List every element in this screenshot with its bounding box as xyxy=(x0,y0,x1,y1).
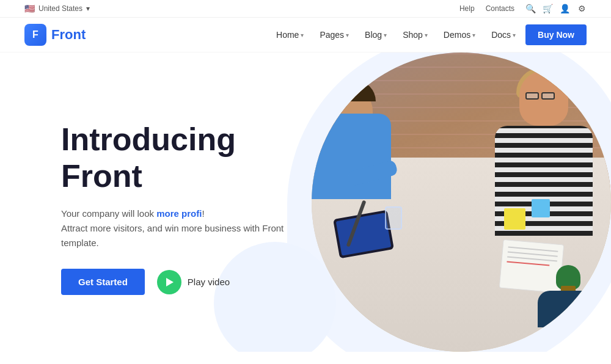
chevron-down-icon: ▾ xyxy=(513,32,516,38)
nav-links: Home ▾ Pages ▾ Blog ▾ Shop ▾ Demos ▾ Doc… xyxy=(270,24,587,45)
glass-item xyxy=(385,206,402,230)
person-left-body xyxy=(312,114,391,199)
account-icon[interactable]: ⚙ xyxy=(577,4,587,13)
nav-item-demos[interactable]: Demos ▾ xyxy=(437,26,481,43)
hero-image-circle xyxy=(312,53,611,352)
buy-now-button[interactable]: Buy Now xyxy=(525,24,587,45)
play-video-button[interactable]: Play video xyxy=(157,270,230,294)
utility-icons: 🔍 🛒 👤 ⚙ xyxy=(525,4,587,13)
chevron-down-icon: ▾ xyxy=(346,32,349,38)
chevron-down-icon: ▾ xyxy=(384,32,387,38)
nav-item-home[interactable]: Home ▾ xyxy=(270,26,310,43)
person-arm xyxy=(538,291,599,327)
sticky-note-yellow xyxy=(504,208,525,230)
logo-text: Front xyxy=(51,27,86,43)
person-left xyxy=(312,77,409,199)
logo-icon: F xyxy=(24,24,46,46)
person-head xyxy=(519,71,568,126)
region-selector[interactable]: 🇺🇸 United States ▾ xyxy=(24,4,90,13)
region-label: United States xyxy=(38,4,82,13)
hero-content: Introducing Front Your company will look… xyxy=(61,122,318,296)
sticky-note-blue xyxy=(532,199,550,217)
top-bar-right: Help Contacts 🔍 🛒 👤 ⚙ xyxy=(459,4,587,13)
nav-item-pages[interactable]: Pages ▾ xyxy=(313,26,355,43)
play-circle-icon xyxy=(157,270,181,294)
top-bar: 🇺🇸 United States ▾ Help Contacts 🔍 🛒 👤 ⚙ xyxy=(0,0,611,18)
search-icon[interactable]: 🔍 xyxy=(525,4,535,13)
photo-simulation xyxy=(312,53,611,352)
hero-title: Introducing Front xyxy=(61,122,318,195)
hero-section: Introducing Front Your company will look… xyxy=(0,53,611,352)
notebook-item xyxy=(499,239,565,293)
help-link[interactable]: Help xyxy=(459,4,475,13)
chevron-down-icon: ▾ xyxy=(425,32,428,38)
logo[interactable]: F Front xyxy=(24,24,86,46)
play-triangle-icon xyxy=(166,278,174,286)
cart-icon[interactable]: 🛒 xyxy=(543,4,552,13)
get-started-button[interactable]: Get Started xyxy=(61,269,145,295)
chevron-down-icon: ▾ xyxy=(472,32,475,38)
nav-item-docs[interactable]: Docs ▾ xyxy=(485,26,522,43)
main-nav: F Front Home ▾ Pages ▾ Blog ▾ Shop ▾ Dem… xyxy=(0,18,611,53)
nav-item-blog[interactable]: Blog ▾ xyxy=(359,26,393,43)
contacts-link[interactable]: Contacts xyxy=(486,4,514,13)
chevron-down-icon: ▾ xyxy=(301,32,304,38)
hero-actions: Get Started Play video xyxy=(61,269,318,295)
highlight-text: more profi xyxy=(156,208,202,219)
region-chevron-icon: ▾ xyxy=(86,4,90,13)
flag-icon: 🇺🇸 xyxy=(24,4,35,13)
nav-item-shop[interactable]: Shop ▾ xyxy=(397,26,434,43)
user-icon[interactable]: 👤 xyxy=(560,4,569,13)
hero-description: Your company will look more profi! Attra… xyxy=(61,206,318,250)
